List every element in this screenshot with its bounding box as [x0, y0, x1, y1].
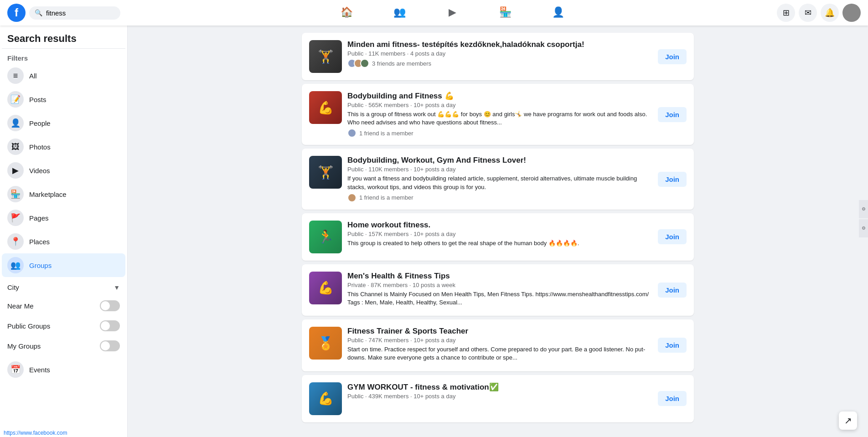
- status-url: https://www.facebook.com: [4, 430, 67, 436]
- my-groups-toggle-row: My Groups: [7, 336, 120, 356]
- nav-friends-button[interactable]: 👥: [374, 2, 425, 24]
- group-card-3: 🏋 Bodybuilding, Workout, Gym And Fitness…: [302, 149, 694, 209]
- group-image-7: 💪: [309, 382, 342, 415]
- sidebar-item-photos-label: Photos: [29, 143, 51, 151]
- sidebar-item-groups-label: Groups: [29, 262, 52, 269]
- near-me-knob: [101, 301, 110, 310]
- posts-icon: 📝: [7, 91, 24, 108]
- group-info-7: GYM WORKOUT - fitness & motivation✅ Publ…: [347, 382, 652, 401]
- group-desc-6: Start on time. Practice respect for your…: [347, 345, 652, 362]
- near-me-toggle[interactable]: [100, 300, 120, 311]
- join-button-4[interactable]: Join: [658, 229, 687, 244]
- friends-count-1: 3 friends are members: [372, 60, 431, 67]
- group-name-5: Men's Health & Fitness Tips: [347, 272, 652, 281]
- search-icon: 🔍: [35, 9, 42, 16]
- group-friends-1: 3 friends are members: [347, 59, 652, 68]
- nav-marketplace-button[interactable]: 🏪: [480, 2, 531, 24]
- join-button-3[interactable]: Join: [658, 172, 687, 187]
- friends-icon: 👥: [393, 6, 406, 18]
- public-groups-toggle-row: Public Groups: [7, 316, 120, 336]
- places-icon: 📍: [7, 233, 24, 250]
- sidebar-item-all[interactable]: ≡ All: [2, 64, 125, 87]
- group-info-4: Home workout fitness. Public · 157K memb…: [347, 221, 652, 249]
- group-desc-5: This Channel is Mainly Focused on Men He…: [347, 290, 652, 307]
- sidebar-item-people[interactable]: 👤 People: [2, 111, 125, 135]
- join-button-2[interactable]: Join: [658, 107, 687, 122]
- sidebar-item-photos[interactable]: 🖼 Photos: [2, 135, 125, 159]
- facebook-logo[interactable]: f: [7, 4, 26, 22]
- group-image-3: 🏋: [309, 156, 342, 189]
- sidebar-item-places[interactable]: 📍 Places: [2, 230, 125, 253]
- sidebar-item-pages-label: Pages: [29, 214, 49, 222]
- edge-button-1[interactable]: ⚙: [859, 200, 868, 218]
- sidebar-item-groups[interactable]: 👥 Groups: [2, 253, 125, 277]
- friend-avatar: [347, 193, 356, 202]
- city-label: City: [7, 283, 19, 291]
- join-button-7[interactable]: Join: [658, 391, 687, 406]
- groups-icon: 👥: [7, 257, 24, 273]
- sidebar-title: Search results: [2, 29, 125, 46]
- sidebar-item-events[interactable]: 📅 Events: [2, 358, 125, 381]
- near-me-label: Near Me: [7, 302, 34, 310]
- group-meta-1: Public · 11K members · 4 posts a day: [347, 50, 652, 57]
- group-info-1: Minden ami fitness- testépítés kezdőknek…: [347, 40, 652, 68]
- sidebar-item-marketplace[interactable]: 🏪 Marketplace: [2, 182, 125, 206]
- my-groups-label: My Groups: [7, 342, 41, 350]
- content-area: 🏋 Minden ami fitness- testépítés kezdőkn…: [128, 26, 868, 437]
- city-filter-row[interactable]: City ▼: [7, 279, 120, 296]
- sidebar-item-people-label: People: [29, 119, 51, 127]
- friends-count-2: 1 friend is a member: [359, 130, 413, 137]
- group-name-6: Fitness Trainer & Sports Teacher: [347, 327, 652, 336]
- chevron-down-icon: ▼: [114, 284, 120, 291]
- group-info-3: Bodybuilding, Workout, Gym And Fitness L…: [347, 156, 652, 202]
- group-meta-7: Public · 439K members · 10+ posts a day: [347, 393, 652, 400]
- pages-icon: 🚩: [7, 210, 24, 226]
- top-navigation: f 🔍 🏠 👥 ▶ 🏪 👤 ⊞ ✉ 🔔: [0, 0, 868, 26]
- friend-avatars-1: [347, 59, 369, 68]
- group-card-6: 🏅 Fitness Trainer & Sports Teacher Publi…: [302, 319, 694, 371]
- friend-avatar: [347, 129, 356, 138]
- watch-icon: ▶: [449, 6, 456, 18]
- friend-avatars-2: [347, 129, 356, 138]
- edge-button-2[interactable]: ⚙: [859, 219, 868, 237]
- group-card-2: 💪 Bodybuilding and Fitness 💪 Public · 56…: [302, 84, 694, 145]
- sidebar-item-videos-label: Videos: [29, 167, 50, 175]
- nav-center: 🏠 👥 ▶ 🏪 👤: [135, 2, 770, 24]
- group-image-1: 🏋: [309, 40, 342, 73]
- group-meta-2: Public · 565K members · 10+ posts a day: [347, 102, 652, 108]
- group-meta-6: Public · 747K members · 10+ posts a day: [347, 337, 652, 344]
- sidebar-item-pages[interactable]: 🚩 Pages: [2, 206, 125, 230]
- marketplace-sidebar-icon: 🏪: [7, 186, 24, 202]
- sidebar-item-posts[interactable]: 📝 Posts: [2, 87, 125, 111]
- near-me-toggle-row: Near Me: [7, 296, 120, 316]
- group-meta-4: Public · 157K members · 10+ posts a day: [347, 231, 652, 237]
- filters-label: Filters: [2, 51, 125, 64]
- fb-logo-text: f: [15, 6, 18, 19]
- public-groups-toggle[interactable]: [100, 320, 120, 331]
- nav-home-button[interactable]: 🏠: [321, 2, 372, 24]
- profile-icon: 👤: [552, 6, 564, 18]
- group-image-5: 💪: [309, 272, 342, 304]
- external-link-button[interactable]: ↗: [839, 411, 857, 430]
- search-input[interactable]: [46, 9, 115, 17]
- nav-profile-button[interactable]: 👤: [532, 2, 584, 24]
- public-groups-knob: [101, 321, 110, 330]
- group-name-7: GYM WORKOUT - fitness & motivation✅: [347, 382, 652, 392]
- messenger-button[interactable]: ✉: [799, 4, 817, 22]
- group-friends-2: 1 friend is a member: [347, 129, 652, 138]
- join-button-5[interactable]: Join: [658, 283, 687, 298]
- join-button-6[interactable]: Join: [658, 338, 687, 353]
- join-button-1[interactable]: Join: [658, 49, 687, 64]
- sidebar: Search results Filters ≡ All 📝 Posts 👤 P…: [0, 26, 128, 437]
- group-info-6: Fitness Trainer & Sports Teacher Public …: [347, 327, 652, 364]
- group-name-2: Bodybuilding and Fitness 💪: [347, 91, 652, 101]
- group-name-1: Minden ami fitness- testépítés kezdőknek…: [347, 40, 652, 49]
- group-meta-3: Public · 110K members · 10+ posts a day: [347, 166, 652, 173]
- user-avatar[interactable]: [842, 4, 861, 22]
- group-card-5: 💪 Men's Health & Fitness Tips Private · …: [302, 264, 694, 316]
- nav-watch-button[interactable]: ▶: [427, 2, 478, 24]
- notifications-button[interactable]: 🔔: [821, 4, 839, 22]
- apps-button[interactable]: ⊞: [777, 4, 795, 22]
- sidebar-item-videos[interactable]: ▶ Videos: [2, 159, 125, 182]
- my-groups-toggle[interactable]: [100, 340, 120, 351]
